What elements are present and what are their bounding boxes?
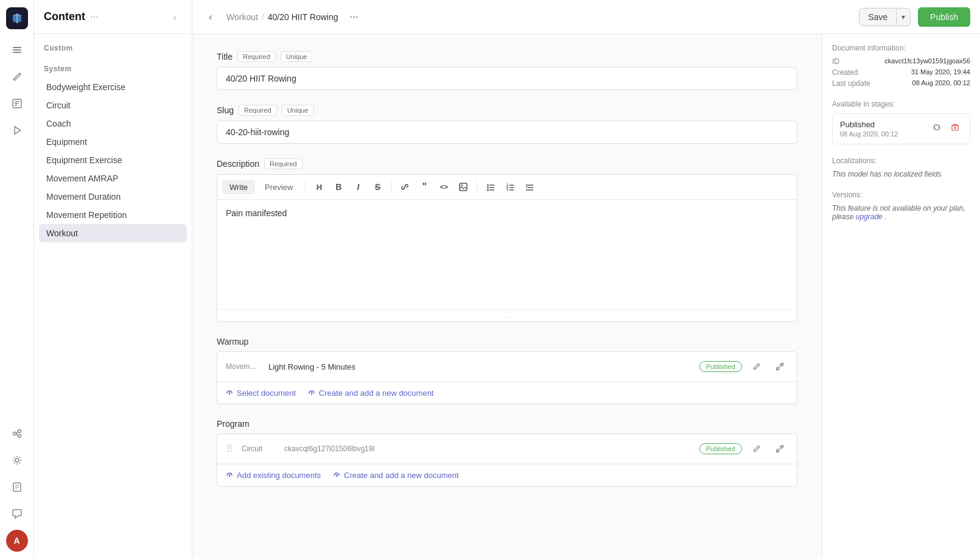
integrations-icon[interactable] (6, 423, 28, 445)
doc-updated-key: Last update (832, 79, 870, 88)
program-create-document-link[interactable]: Create and add a new document (333, 471, 459, 480)
svg-point-11 (487, 185, 489, 186)
toolbar-bold-btn[interactable]: B (330, 178, 347, 195)
description-editor-body[interactable]: Pain manifested (217, 200, 797, 309)
slug-unique-badge: Unique (282, 105, 314, 116)
title-unique-badge: Unique (281, 51, 313, 62)
stage-status: Published (840, 120, 898, 129)
breadcrumb-parent[interactable]: Workout (226, 12, 258, 22)
warmup-ref-title: Light Rowing - 5 Minutes (268, 362, 693, 371)
warmup-ref-field: Movem... Light Rowing - 5 Minutes Publis… (217, 351, 797, 404)
chat-icon[interactable] (6, 503, 28, 525)
stages-section: Available in stages: Published 08 Aug 20… (832, 100, 970, 144)
svg-line-27 (776, 445, 783, 452)
toolbar-heading-btn[interactable]: H (310, 178, 327, 195)
save-dropdown-btn[interactable]: ▾ (896, 9, 910, 25)
settings-icon[interactable] (6, 449, 28, 471)
app-logo (6, 7, 28, 29)
sidebar-item-equipment-exercise[interactable]: Equipment Exercise (39, 151, 187, 169)
svg-point-10 (461, 185, 463, 186)
toolbar-italic-btn[interactable]: I (349, 178, 366, 195)
editor-tab-preview[interactable]: Preview (257, 180, 300, 194)
stage-refresh-btn[interactable] (929, 120, 944, 135)
stage-date: 08 Aug 2020, 00:12 (840, 130, 898, 138)
toolbar-code-btn[interactable]: <> (435, 178, 452, 195)
program-edit-btn[interactable] (748, 440, 765, 457)
warmup-edit-btn[interactable] (748, 358, 765, 375)
sidebar-custom-label: Custom (39, 41, 187, 55)
audit-icon[interactable] (6, 476, 28, 498)
topbar: ‹ Workout / 40/20 HIIT Rowing ··· Save ▾… (192, 0, 980, 34)
toolbar-indent-btn[interactable] (521, 178, 538, 195)
doc-created-key: Created (832, 68, 858, 77)
sidebar-item-workout[interactable]: Workout (39, 224, 187, 242)
slug-field-label: Slug (217, 105, 234, 115)
compose-icon[interactable] (6, 93, 28, 114)
versions-label: Versions: (832, 191, 970, 199)
program-ref-id: ckavcqt6g127i01506lbvg19l (284, 445, 693, 453)
doc-info-section: Document information: ID ckavct1fc13yw01… (832, 44, 970, 88)
layers-icon[interactable] (6, 39, 28, 61)
toolbar-quote-btn[interactable]: " (416, 178, 433, 195)
stage-delete-btn[interactable] (948, 120, 962, 135)
svg-line-26 (776, 363, 783, 370)
title-input[interactable] (217, 67, 797, 90)
sidebar-item-movement-duration[interactable]: Movement Duration (39, 188, 187, 206)
doc-info-label: Document information: (832, 44, 970, 52)
warmup-unlink-btn[interactable] (771, 358, 788, 375)
svg-rect-9 (460, 183, 467, 191)
warmup-ref-type: Movem... (226, 362, 262, 371)
sidebar-item-coach[interactable]: Coach (39, 114, 187, 133)
program-ref-row: ⠿ Circuit ckavcqt6g127i01506lbvg19l Publ… (217, 434, 797, 464)
doc-updated-row: Last update 08 Aug 2020, 00:12 (832, 79, 970, 88)
program-add-documents-link[interactable]: Add existing documents (226, 471, 321, 480)
toolbar-strikethrough-btn[interactable]: S (369, 178, 386, 195)
svg-point-15 (487, 189, 489, 191)
sidebar-more-btn[interactable]: ··· (90, 12, 98, 23)
toolbar-link-btn[interactable] (396, 178, 413, 195)
toolbar-image-btn[interactable] (455, 178, 472, 195)
topbar-more-btn[interactable]: ··· (345, 9, 362, 26)
sidebar-item-movement-repetition[interactable]: Movement Repetition (39, 206, 187, 224)
back-button[interactable]: ‹ (202, 9, 219, 26)
title-field-block: Title Required Unique (217, 51, 797, 90)
program-drag-handle[interactable]: ⠿ (226, 443, 233, 455)
title-field-label: Title (217, 52, 233, 62)
editor-resize-handle[interactable]: ... (217, 309, 797, 322)
warmup-select-document-link[interactable]: Select document (226, 388, 296, 398)
edit-icon[interactable] (6, 66, 28, 88)
toolbar-separator-3 (477, 181, 477, 193)
stage-actions (929, 120, 962, 135)
editor-tab-write[interactable]: Write (222, 180, 255, 194)
localizations-label: Localizations: (832, 156, 970, 165)
description-required-badge: Required (264, 158, 303, 169)
save-button[interactable]: Save (859, 9, 896, 26)
svg-point-13 (487, 187, 489, 189)
sidebar-item-bodyweight-exercise[interactable]: Bodyweight Exercise (39, 78, 187, 96)
localizations-section: Localizations: This model has no localiz… (832, 156, 970, 178)
doc-id-value: ckavct1fc13yw01591jgoax56 (884, 57, 970, 66)
warmup-create-document-link[interactable]: Create and add a new document (308, 388, 434, 398)
toolbar-ul-btn[interactable] (482, 178, 499, 195)
warmup-field-label: Warmup (217, 337, 248, 346)
program-ref-actions: Add existing documents Create and add a … (217, 464, 797, 486)
sidebar-item-equipment[interactable]: Equipment (39, 133, 187, 151)
program-published-badge: Published (699, 443, 742, 454)
sidebar-item-circuit[interactable]: Circuit (39, 96, 187, 114)
publish-button[interactable]: Publish (918, 7, 970, 27)
doc-id-key: ID (832, 57, 839, 66)
sidebar-header: Content ··· ‹ (34, 0, 192, 34)
localizations-note: This model has no localized fields (832, 170, 970, 178)
sidebar-title: Content (44, 10, 85, 23)
program-unlink-btn[interactable] (771, 440, 788, 457)
program-ref-type: Circuit (242, 445, 278, 453)
sidebar-item-movement-amrap[interactable]: Movement AMRAP (39, 169, 187, 188)
toolbar-ol-btn[interactable]: 1.2.3. (502, 178, 519, 195)
svg-text:3.: 3. (506, 188, 509, 191)
slug-input[interactable] (217, 121, 797, 144)
play-icon[interactable] (6, 119, 28, 141)
user-avatar[interactable]: A (6, 530, 28, 552)
sidebar-system-label: System (39, 62, 187, 76)
upgrade-link[interactable]: upgrade (856, 213, 883, 221)
sidebar-collapse-btn[interactable]: ‹ (167, 10, 182, 24)
